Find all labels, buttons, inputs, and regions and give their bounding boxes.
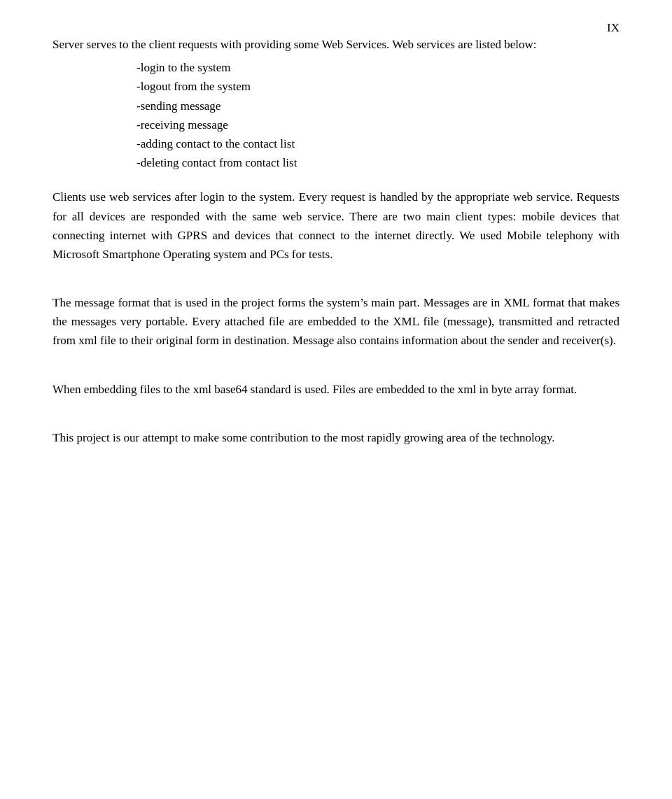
list-section: Server serves to the client requests wit… [52,35,620,172]
list-item: -adding contact to the contact list [136,134,620,153]
list-intro: Server serves to the client requests wit… [52,35,620,54]
list-item: -sending message [136,97,620,115]
paragraph-project: This project is our attempt to make some… [52,428,620,447]
paragraph-clients: Clients use web services after login to … [52,188,620,264]
list-item: -deleting contact from contact list [136,153,620,172]
list-item: -logout from the system [136,77,620,96]
list-item: -receiving message [136,115,620,134]
page-number: IX [607,21,620,35]
list-item: -login to the system [136,58,620,77]
list-items: -login to the system -logout from the sy… [136,58,620,172]
paragraph-message-format: The message format that is used in the p… [52,293,620,351]
paragraph-embedding: When embedding files to the xml base64 s… [52,380,620,399]
page: IX Server serves to the client requests … [0,0,672,799]
